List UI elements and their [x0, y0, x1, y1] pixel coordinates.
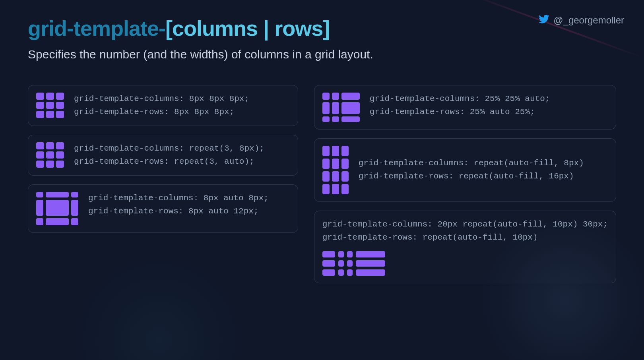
example-card-2: grid-template-columns: repeat(3, 8px); g…	[28, 135, 298, 176]
grid-preview-icon	[322, 146, 349, 194]
code-snippet: grid-template-columns: 8px auto 8px; gri…	[88, 192, 269, 218]
code-snippet: grid-template-columns: 20px repeat(auto-…	[322, 218, 608, 244]
page-subtitle: Specifies the number (and the widths) of…	[28, 48, 616, 61]
grid-preview-icon	[36, 142, 64, 168]
title-prefix: grid-template-	[28, 16, 165, 40]
example-card-5: grid-template-columns: repeat(auto-fill,…	[314, 138, 616, 202]
left-column: grid-template-columns: 8px 8px 8px; grid…	[28, 85, 298, 233]
example-card-6: grid-template-columns: 20px repeat(auto-…	[314, 211, 616, 283]
example-card-3: grid-template-columns: 8px auto 8px; gri…	[28, 184, 298, 233]
grid-preview-icon	[322, 93, 360, 122]
page-title: grid-template-[columns | rows]	[28, 16, 616, 41]
title-suffix: [columns | rows]	[165, 16, 330, 40]
grid-preview-icon	[36, 192, 78, 225]
right-column: grid-template-columns: 25% 25% auto; gri…	[314, 85, 616, 283]
code-snippet: grid-template-columns: repeat(3, 8px); g…	[74, 142, 264, 168]
example-card-1: grid-template-columns: 8px 8px 8px; grid…	[28, 85, 298, 126]
grid-preview-icon	[36, 93, 64, 118]
code-snippet: grid-template-columns: repeat(auto-fill,…	[359, 157, 584, 183]
code-snippet: grid-template-columns: 25% 25% auto; gri…	[370, 93, 550, 118]
examples-grid: grid-template-columns: 8px 8px 8px; grid…	[28, 85, 616, 283]
example-card-4: grid-template-columns: 25% 25% auto; gri…	[314, 85, 616, 130]
grid-preview-icon	[322, 251, 385, 276]
code-snippet: grid-template-columns: 8px 8px 8px; grid…	[74, 93, 249, 118]
